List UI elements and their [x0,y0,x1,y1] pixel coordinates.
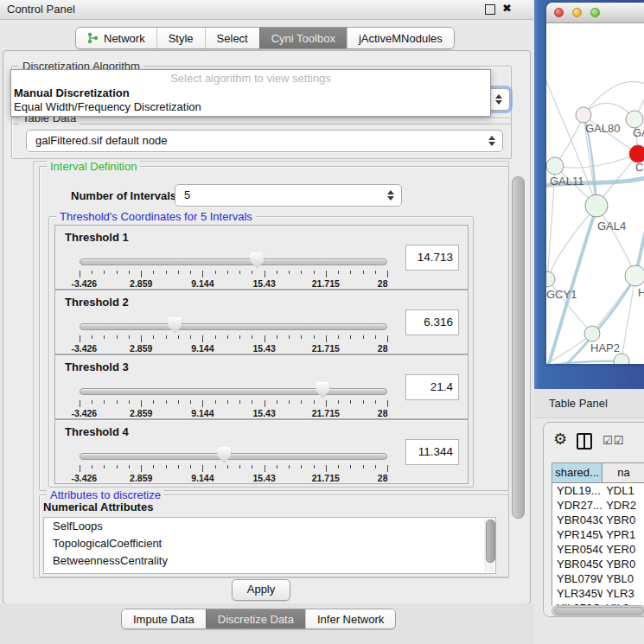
minimize-traffic-light-icon[interactable] [572,8,582,17]
tab-style[interactable]: Style [156,28,205,48]
table-row[interactable]: YBR043CYBR0 [552,513,644,527]
settings-vertical-scrollbar[interactable] [509,163,526,575]
network-canvas[interactable]: GAL80GACGAL11GAL4GCY1HHAP2 [546,23,644,364]
algorithm-option-manual-discretization[interactable]: Manual Discretization [11,86,490,100]
close-icon[interactable]: ✖ [502,2,512,15]
tick-mark [80,465,80,472]
slider-track[interactable] [80,323,387,330]
network-node-gal80[interactable] [576,107,591,123]
axis-tick-label: 21.715 [312,278,340,289]
tick-mark [289,465,290,469]
network-node-gal4[interactable] [585,194,608,217]
number-of-intervals-combobox[interactable]: 5 [175,184,402,207]
gear-icon[interactable]: ⚙ [553,431,567,447]
table-row[interactable]: YDR27...YDR2 [552,498,644,513]
tick-mark [166,271,167,274]
tab-impute-data[interactable]: Impute Data [122,609,206,628]
tick-mark [129,465,130,469]
tick-mark [252,335,252,339]
network-edge-highlighted [546,361,621,364]
network-node-label: GAL11 [550,175,584,188]
network-node-gcy1[interactable] [546,271,555,287]
attribute-item-betweennesscentrality[interactable]: BetweennessCentrality [44,552,495,570]
table-row[interactable]: YER054CYER0 [552,542,644,557]
tab-cyni-toolbox[interactable]: Cyni Toolbox [259,28,347,48]
scrollbar-thumb[interactable] [486,520,495,563]
tick-mark [277,271,277,274]
network-node-c[interactable] [629,145,644,163]
tick-mark [80,271,80,277]
slider-track[interactable] [80,388,387,395]
threshold-value-field[interactable]: 14.713 [405,245,459,271]
zoom-traffic-light-icon[interactable] [590,8,600,17]
table-row[interactable]: YBR045CYBR0 [552,557,644,571]
split-columns-icon[interactable] [577,433,592,450]
algorithm-option-equal-width-frequency-discretization[interactable]: Equal Width/Frequency Discretization [11,100,490,114]
axis-tick-label: -3.426 [71,408,97,418]
tick-mark [141,400,142,407]
table-row[interactable]: YLR345WYLR3 [552,586,644,601]
slider-thumb[interactable] [217,447,231,463]
threshold-value-field[interactable]: 11.344 [405,439,459,465]
threshold-slider[interactable]: -3.4262.8599.14415.4321.71528 [80,252,387,286]
list-scrollbar[interactable] [484,519,494,572]
table-horizontal-scrollbar[interactable] [552,605,644,617]
tick-mark [363,465,364,469]
scrollbar-thumb[interactable] [512,176,525,519]
table-data-combobox[interactable]: galFiltered.sif default node [26,130,503,152]
tab-label: Cyni Toolbox [271,32,335,45]
attribute-item-topologicalcoefficient[interactable]: TopologicalCoefficient [44,535,495,552]
table-row[interactable]: YBL079WYBL0 [552,571,644,586]
algorithm-placeholder-item[interactable]: Select algorithm to view settings [11,70,490,86]
tick-mark [387,335,388,342]
apply-button[interactable]: Apply [232,579,290,601]
close-traffic-light-icon[interactable] [554,8,564,17]
network-node-ga[interactable] [626,111,643,128]
tick-mark [104,271,105,274]
tick-mark [239,271,240,274]
network-node-hap2[interactable] [584,326,600,341]
network-window-titlebar[interactable] [546,3,644,23]
tick-mark [166,465,167,469]
network-node-unlabeled[interactable] [614,354,629,364]
slider-track[interactable] [80,453,387,460]
threshold-value-field[interactable]: 21.4 [405,374,459,400]
network-window: GAL80GACGAL11GAL4GCY1HHAP2 [546,3,644,364]
threshold-value-field[interactable]: 6.316 [405,309,459,335]
slider-thumb[interactable] [250,252,264,269]
axis-tick-label: 2.859 [130,278,152,289]
tick-mark [375,465,376,469]
tab-discretize-data[interactable]: Discretize Data [206,609,305,628]
tick-mark [301,335,302,339]
tick-mark [129,271,130,274]
attributes-group-label: Attributes to discretize [47,488,164,501]
float-window-icon[interactable] [485,4,495,15]
network-node-gal11[interactable] [546,157,564,175]
slider-track[interactable] [80,258,387,265]
table-cell: YBR045C [552,557,603,571]
column-header-shared-[interactable]: shared... [552,463,603,482]
network-node-h[interactable] [625,265,644,286]
attribute-item-selfloops[interactable]: SelfLoops [44,518,495,535]
axis-tick-label: 21.715 [312,473,340,483]
tab-infer-network[interactable]: Infer Network [305,609,395,628]
threshold-slider[interactable]: -3.4262.8599.14415.4321.71528 [80,381,387,416]
column-header-na[interactable]: na [603,463,644,482]
tick-mark [289,271,290,274]
scrollbar-thumb[interactable] [554,607,644,615]
tick-mark [363,400,364,404]
tick-mark [375,271,376,274]
tab-jactivemnodules[interactable]: jActiveMNodules [347,28,454,48]
table-row[interactable]: YPR145WYPR1 [552,527,644,542]
tab-select[interactable]: Select [205,28,259,48]
tab-label: Discretize Data [218,613,294,626]
threshold-slider[interactable]: -3.4262.8599.14415.4321.71528 [80,316,387,351]
numerical-attributes-list[interactable]: SelfLoopsTopologicalCoefficientBetweenne… [43,517,496,574]
slider-thumb[interactable] [316,382,329,399]
threshold-slider[interactable]: -3.4262.8599.14415.4321.71528 [80,446,387,481]
tab-network[interactable]: Network [76,28,156,48]
checkbox-icons[interactable]: ☑☑ [603,434,624,447]
table-row[interactable]: YDL19...YDL1 [552,483,644,498]
slider-thumb[interactable] [168,317,182,334]
tab-label: Impute Data [133,613,194,626]
